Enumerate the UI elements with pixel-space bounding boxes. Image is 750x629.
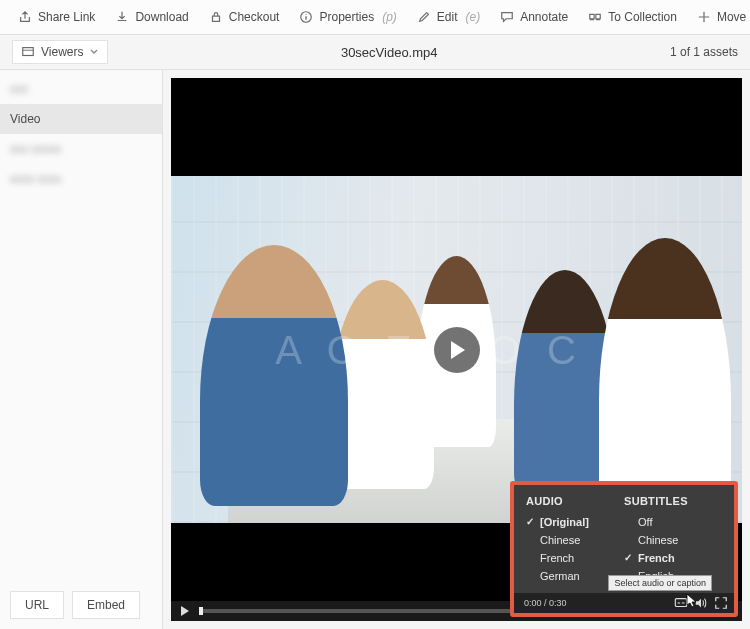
top-toolbar: Share Link Download Checkout Properties … — [0, 0, 750, 34]
audio-option-0[interactable]: [Original] — [526, 513, 624, 531]
sidebar-item-0[interactable]: xxx — [0, 74, 162, 104]
embed-label: Embed — [87, 598, 125, 612]
download-icon — [115, 10, 129, 24]
video-viewport[interactable]: A O E T O C K AUDIO [Original]ChineseFre… — [171, 78, 742, 621]
share-icon — [18, 10, 32, 24]
edit-shortcut: (e) — [466, 10, 481, 24]
move-icon — [697, 10, 711, 24]
viewers-dropdown[interactable]: Viewers — [12, 40, 108, 64]
context-bar: Viewers 30secVideo.mp4 1 of 1 assets — [0, 34, 750, 70]
chevron-down-icon — [89, 47, 99, 57]
move-button[interactable]: Move (m) — [689, 6, 750, 28]
annotate-label: Annotate — [520, 10, 568, 24]
fullscreen-button[interactable] — [714, 596, 728, 610]
info-icon — [299, 10, 313, 24]
download-label: Download — [135, 10, 188, 24]
audio-option-1[interactable]: Chinese — [526, 531, 624, 549]
to-collection-label: To Collection — [608, 10, 677, 24]
caption-menu-highlight: AUDIO [Original]ChineseFrenchGerman SUBT… — [510, 481, 738, 617]
subtitles-column: SUBTITLES OffChineseFrenchEnglish — [624, 495, 722, 585]
subtitle-option-2[interactable]: French — [624, 549, 722, 567]
move-label: Move — [717, 10, 746, 24]
play-overlay-button[interactable] — [434, 327, 480, 373]
share-link-label: Share Link — [38, 10, 95, 24]
embed-button[interactable]: Embed — [72, 591, 140, 619]
edit-button[interactable]: Edit (e) — [409, 6, 488, 28]
viewers-label: Viewers — [41, 45, 83, 59]
download-button[interactable]: Download — [107, 6, 196, 28]
checkout-button[interactable]: Checkout — [201, 6, 288, 28]
subtitle-option-0[interactable]: Off — [624, 513, 722, 531]
sidebar-item-2[interactable]: xxx xxxxx — [0, 134, 162, 164]
properties-shortcut: (p) — [382, 10, 397, 24]
url-label: URL — [25, 598, 49, 612]
viewers-icon — [21, 45, 35, 59]
checkout-label: Checkout — [229, 10, 280, 24]
properties-button[interactable]: Properties (p) — [291, 6, 404, 28]
subtitle-option-1[interactable]: Chinese — [624, 531, 722, 549]
annotate-button[interactable]: Annotate — [492, 6, 576, 28]
play-button[interactable] — [177, 603, 193, 619]
collection-icon — [588, 10, 602, 24]
properties-label: Properties — [319, 10, 374, 24]
comment-icon — [500, 10, 514, 24]
share-link-button[interactable]: Share Link — [10, 6, 103, 28]
captions-button[interactable] — [674, 596, 688, 610]
time-display: 0:00 / 0:30 — [524, 598, 567, 608]
url-button[interactable]: URL — [10, 591, 64, 619]
pencil-icon — [417, 10, 431, 24]
player-area: A O E T O C K AUDIO [Original]ChineseFre… — [163, 70, 750, 629]
volume-button[interactable] — [694, 596, 708, 610]
to-collection-button[interactable]: To Collection — [580, 6, 685, 28]
audio-column: AUDIO [Original]ChineseFrenchGerman — [526, 495, 624, 585]
svg-rect-1 — [23, 48, 34, 56]
sidebar-item-3[interactable]: xxxx xxxx — [0, 164, 162, 194]
asset-title: 30secVideo.mp4 — [108, 45, 669, 60]
audio-header: AUDIO — [526, 495, 624, 507]
asset-count: 1 of 1 assets — [670, 45, 738, 59]
edit-label: Edit — [437, 10, 458, 24]
audio-option-2[interactable]: French — [526, 549, 624, 567]
svg-rect-2 — [675, 599, 686, 607]
subtitles-header: SUBTITLES — [624, 495, 722, 507]
caption-control-strip: 0:00 / 0:30 — [514, 593, 734, 613]
lock-icon — [209, 10, 223, 24]
sidebar-item-1[interactable]: Video — [0, 104, 162, 134]
left-sidebar: xxxVideoxxx xxxxxxxxx xxxx URL Embed — [0, 70, 163, 629]
captions-tooltip: Select audio or caption — [608, 575, 712, 591]
